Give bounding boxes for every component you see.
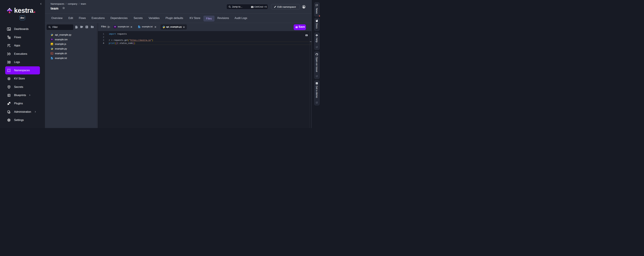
svg-text:JS: JS (51, 44, 53, 45)
